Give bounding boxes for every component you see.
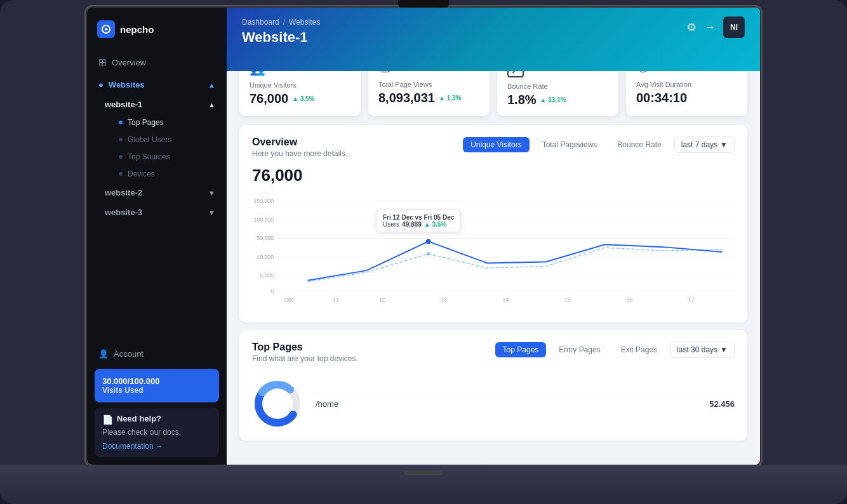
website2-label: website-2: [105, 188, 142, 197]
sidebar-item-account[interactable]: 👤 Account: [92, 344, 222, 364]
sidebar-child-devices[interactable]: Devices: [112, 166, 222, 182]
website1-label: website-1: [105, 100, 142, 109]
page-title: Website-1: [242, 29, 745, 46]
dropdown-label: last 7 days: [681, 140, 717, 149]
logo-icon: [97, 20, 115, 38]
svg-text:14: 14: [503, 296, 509, 303]
svg-point-15: [427, 252, 430, 256]
top-pages-tabs: Top Pages Entry Pages Exit Pages last 30…: [495, 342, 735, 358]
tab-top-pages[interactable]: Top Pages: [495, 342, 547, 357]
overview-subtitle: Here you have more details.: [252, 149, 347, 158]
tab-entry-pages[interactable]: Entry Pages: [551, 342, 608, 357]
top-pages-card: Top Pages Find what are your top devices…: [239, 330, 747, 441]
pageviews-value: 8,093,031 ▲ 1.3%: [378, 91, 479, 105]
pages-list: /home 52.456: [316, 394, 735, 414]
svg-point-1: [105, 28, 107, 30]
tooltip-value: Users 49,889 ▲ 3.5%: [383, 221, 454, 228]
bounce-badge: ▲ 33.1%: [540, 96, 566, 103]
overview-date-dropdown[interactable]: last 7 days ▼: [674, 136, 735, 153]
tab-unique-visitors[interactable]: Unique Visitors: [463, 137, 529, 152]
tooltip-users-value: 49,889: [402, 221, 422, 228]
websites-icon: ●: [98, 80, 103, 90]
bounce-label: Bounce Rate: [507, 83, 608, 90]
settings-icon[interactable]: ⚙: [686, 20, 697, 34]
sidebar-child-top-pages[interactable]: Top Pages: [112, 114, 222, 131]
avatar[interactable]: NI: [723, 17, 745, 38]
tab-exit-pages[interactable]: Exit Pages: [613, 342, 665, 357]
svg-text:100,000: 100,000: [253, 216, 274, 223]
svg-text:12: 12: [379, 296, 385, 303]
duration-value: 00:34:10: [636, 91, 737, 105]
trackpad: [404, 471, 443, 475]
website3-label: website-3: [105, 208, 142, 217]
top-pages-header: Top Pages Find what are your top devices…: [252, 342, 735, 363]
tooltip-date: Fri 12 Dec vs Fri 05 Dec: [383, 214, 454, 221]
websites-label: Websites: [109, 80, 145, 90]
help-subtitle: Please check our docs.: [102, 428, 211, 437]
pie-area: /home 52.456: [252, 371, 735, 429]
svg-text:50,000: 50,000: [257, 235, 274, 241]
overview-card: Overview Here you have more details. Uni…: [239, 125, 747, 322]
top-pages-subtitle: Find what are your top devices.: [252, 354, 358, 363]
breadcrumb-separator: /: [283, 18, 285, 27]
laptop-base: [0, 465, 847, 499]
sidebar-item-website3[interactable]: website-3 ▼: [102, 202, 222, 222]
overview-icon: ⊞: [98, 56, 107, 68]
table-row: /home 52.456: [316, 394, 735, 414]
export-icon[interactable]: →: [704, 21, 716, 34]
svg-text:16: 16: [626, 296, 632, 303]
sidebar: nepcho ⊞ Overview ● Websites ▲: [87, 8, 227, 465]
chevron-down-icon-w3: ▼: [208, 209, 215, 216]
pageviews-badge: ▲ 1.3%: [439, 95, 461, 102]
pageviews-label: Total Page Views: [378, 81, 479, 88]
sidebar-item-website1[interactable]: website-1 ▲: [102, 95, 222, 114]
sidebar-child-global-users[interactable]: Global Users: [112, 131, 222, 148]
tooltip-badge: ▲ 3.5%: [424, 221, 446, 228]
svg-text:15: 15: [564, 296, 571, 303]
sidebar-child-top-sources[interactable]: Top Sources: [112, 149, 222, 165]
chevron-up-icon-w1: ▲: [208, 101, 215, 109]
tab-total-pageviews[interactable]: Total Pageviews: [535, 137, 605, 152]
breadcrumb-root: Dashboard: [242, 18, 279, 27]
chevron-up-icon: ▲: [208, 81, 215, 89]
overview-header-left: Overview Here you have more details.: [252, 136, 347, 158]
website2-section: website-2 ▼: [92, 183, 222, 202]
account-label: Account: [114, 349, 143, 359]
website1-section: website-1 ▲ Top Pages Global Users Top S…: [92, 95, 222, 182]
app-name: nepcho: [120, 24, 154, 35]
visitors-badge: ▲ 3.5%: [292, 95, 314, 102]
page-path: /home: [316, 399, 338, 409]
account-icon: 👤: [98, 349, 109, 359]
page-count: 52.456: [709, 399, 735, 409]
tab-bounce-rate[interactable]: Bounce Rate: [610, 137, 669, 152]
breadcrumb-current: Websites: [289, 18, 320, 27]
svg-text:150,000: 150,000: [253, 198, 274, 204]
chart-tooltip: Fri 12 Dec vs Fri 05 Dec Users 49,889 ▲ …: [376, 209, 461, 232]
top-bar: Dashboard / Websites Website-1 ⚙ → NI: [227, 8, 760, 71]
overview-tabs: Unique Visitors Total Pageviews Bounce R…: [463, 136, 735, 153]
visits-used-value: 30.000/100.000: [102, 376, 211, 386]
sidebar-bottom: 👤 Account 30.000/100.000 Visits Used 📄 N…: [87, 336, 227, 465]
pie-chart: [252, 378, 303, 429]
help-title: Need help?: [117, 414, 161, 423]
documentation-link[interactable]: Documentation →: [102, 442, 211, 451]
logo: nepcho: [87, 8, 227, 48]
chevron-down-icon: ▼: [720, 140, 728, 149]
chevron-down-icon-w2: ▼: [208, 189, 215, 197]
svg-text:11: 11: [333, 296, 339, 303]
help-icon: 📄: [102, 414, 113, 425]
sidebar-item-overview[interactable]: ⊞ Overview: [92, 51, 222, 74]
visits-card: 30.000/100.000 Visits Used: [95, 369, 219, 402]
svg-text:13: 13: [441, 296, 447, 303]
breadcrumb: Dashboard / Websites: [242, 18, 745, 27]
sidebar-item-websites[interactable]: ● Websites ▲: [92, 75, 222, 95]
chart-container: 150,000 100,000 50,000 10,000 5,000 0: [252, 190, 735, 311]
sidebar-item-website2[interactable]: website-2 ▼: [102, 183, 222, 202]
visitors-value: 76,000 ▲ 3.5%: [250, 91, 350, 106]
tooltip-users-label: Users: [383, 221, 399, 228]
svg-text:Dec: Dec: [284, 296, 295, 303]
content-area: Overview Here you have more details. Uni…: [227, 116, 760, 465]
sidebar-nav: ⊞ Overview ● Websites ▲ website-1 ▲: [87, 48, 227, 336]
top-pages-date-dropdown[interactable]: last 30 days ▼: [670, 342, 735, 358]
overview-label: Overview: [112, 58, 146, 67]
